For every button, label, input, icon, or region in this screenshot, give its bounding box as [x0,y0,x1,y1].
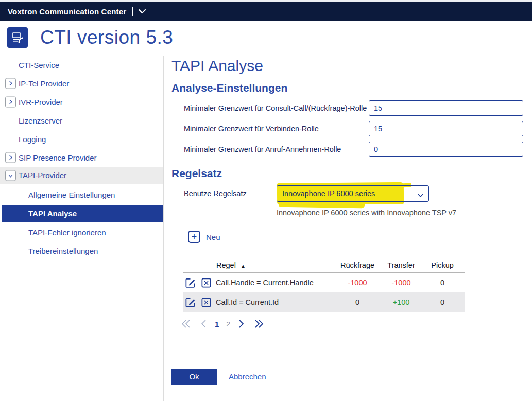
expand-right-icon[interactable] [5,78,16,89]
verbinden-threshold-input[interactable] [369,121,523,136]
expand-right-icon[interactable] [5,152,16,163]
selected-option-label: Innovaphone IP 6000 series [282,189,375,198]
sidebar-item-lizenzserver[interactable]: Lizenzserver [0,111,163,130]
add-rule-button[interactable]: + Neu [188,231,532,243]
previous-page-icon[interactable] [200,319,208,328]
analyse-section-title: Analyse-Einstellungen [171,82,532,94]
rueckfrage-value: -1000 [334,278,381,287]
regelsatz-section-title: Regelsatz [171,167,532,180]
app-name: Voxtron Communication Center [8,7,126,16]
regelsatz-select-wrap: Innovaphone IP 6000 series [277,185,429,202]
titlebar-separator [132,7,133,16]
field-label: Minimaler Grenzwert für Anruf-Annehmen-R… [184,145,369,153]
table-row: Call.Id = Current.Id 0 +100 0 [183,292,465,312]
yellow-highlight-annotation [279,202,365,209]
delete-rule-button[interactable] [200,276,212,289]
sidebar-item-tapi-analyse[interactable]: TAPI Analyse [2,205,163,222]
transfer-value: +100 [381,298,422,306]
rueckfrage-value: 0 [334,298,381,306]
plus-icon: + [188,231,200,243]
select-chevron-down-icon [417,191,424,199]
app-header: CTI version 5.3 [7,27,173,48]
column-header-rueckfrage[interactable]: Rückfrage [334,261,381,269]
rule-expression: Call.Id = Current.Id [216,298,334,306]
column-header-transfer[interactable]: Transfer [381,261,422,269]
regelsatz-select-row: Benutze Regelsatz Innovaphone IP 6000 se… [171,185,532,202]
select-label: Benutze Regelsatz [184,189,277,198]
field-label: Minimaler Grenzwert für Consult-Call/(Rü… [184,104,369,112]
sidebar-item-treibereinstellungen[interactable]: Treibereinstellungen [0,241,163,260]
next-page-icon[interactable] [237,319,245,328]
sidebar-item-tapi-fehler-ignorieren[interactable]: TAPI-Fehler ignorieren [0,223,163,241]
titlebar-menu-toggle[interactable] [138,7,146,16]
page-number[interactable]: 2 [226,320,230,328]
table-row: Call.Handle = Current.Handle -1000 -1000… [183,273,465,292]
chevron-down-icon [138,7,146,16]
delete-rule-button[interactable] [200,296,212,308]
page-number-current[interactable]: 1 [215,320,219,328]
ok-button[interactable]: Ok [171,369,217,385]
rules-table: Regel ▲ Rückfrage Transfer Pickup [183,257,465,312]
footer-actions: Ok Abbrechen [171,369,532,385]
column-header-regel[interactable]: Regel ▲ [216,261,334,269]
sidebar-item-ip-tel-provider[interactable]: IP-Tel Provider [0,74,163,93]
row-actions [183,276,216,289]
sidebar-item-ivr-provider[interactable]: IVR-Provider [0,93,163,111]
sidebar-item-tapi-provider[interactable]: TAPI-Provider [0,167,163,184]
table-header-row: Regel ▲ Rückfrage Transfer Pickup [183,257,465,273]
edit-rule-button[interactable] [184,276,196,289]
expand-right-icon[interactable] [5,97,16,108]
sidebar-item-allgemeine-einstellungen[interactable]: Allgemeine Einstellungen [0,185,163,204]
add-rule-label: Neu [206,233,220,241]
sidebar-item-sip-presence-provider[interactable]: SIP Presence Provider [0,148,163,167]
regelsatz-description: Innovaphone IP 6000 series with Innovaph… [277,208,532,217]
cancel-link[interactable]: Abbrechen [229,372,266,381]
row-actions [183,296,216,308]
sort-ascending-icon: ▲ [241,263,246,269]
pagination: 1 2 [181,319,532,328]
rule-expression: Call.Handle = Current.Handle [216,278,334,287]
transfer-value: -1000 [381,278,422,287]
consult-call-threshold-input[interactable] [369,100,523,116]
field-row-anruf-annehmen: Minimaler Grenzwert für Anruf-Annehmen-R… [171,142,532,157]
pickup-value: 0 [422,278,463,287]
column-header-pickup[interactable]: Pickup [422,261,463,269]
regelsatz-select[interactable]: Innovaphone IP 6000 series [277,185,429,202]
window-titlebar: Voxtron Communication Center [0,2,532,21]
edit-rule-button[interactable] [184,296,196,308]
pickup-value: 0 [422,298,463,306]
sidebar-item-logging[interactable]: Logging [0,130,163,148]
anruf-annehmen-threshold-input[interactable] [369,142,523,157]
content-title: TAPI Analyse [171,54,532,75]
sidebar: CTI-Service IP-Tel Provider IVR-Provider… [0,56,164,401]
last-page-icon[interactable] [252,319,264,328]
field-row-consult-call: Minimaler Grenzwert für Consult-Call/(Rü… [171,100,532,116]
page-title: CTI version 5.3 [40,27,173,48]
sidebar-item-cti-service[interactable]: CTI-Service [0,56,163,74]
first-page-icon[interactable] [181,319,193,328]
field-label: Minimaler Grenzwert für Verbinden-Rolle [184,125,369,133]
collapse-down-icon[interactable] [5,170,16,181]
main-content: TAPI Analyse Analyse-Einstellungen Minim… [171,54,532,385]
cti-app-icon [7,27,28,48]
field-row-verbinden: Minimaler Grenzwert für Verbinden-Rolle [171,121,532,136]
